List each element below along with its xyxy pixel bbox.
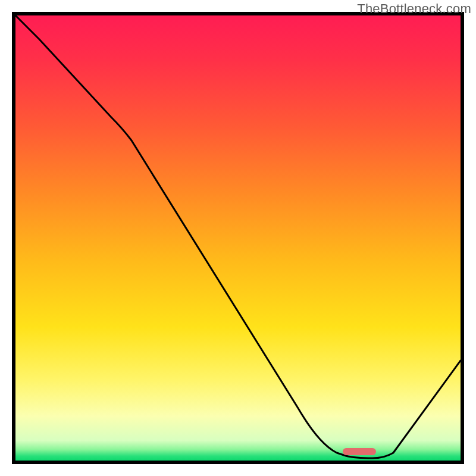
watermark-text: TheBottleneck.com (357, 1, 471, 17)
bottleneck-curve (15, 15, 461, 461)
optimal-range-marker (343, 448, 376, 455)
plot-frame (12, 12, 464, 464)
plot-area (15, 15, 461, 461)
